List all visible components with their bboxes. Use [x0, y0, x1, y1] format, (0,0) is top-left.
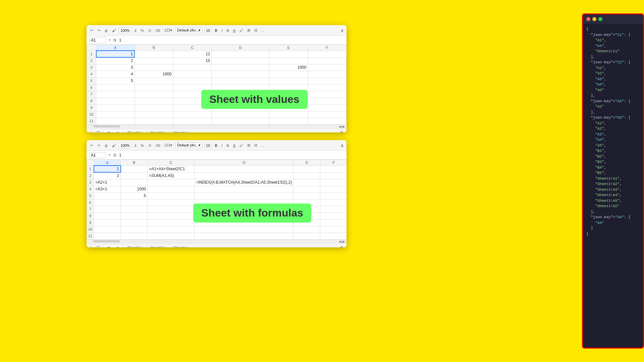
cell-bot-4-C[interactable]: [148, 186, 195, 192]
cell-top-3-F[interactable]: [308, 64, 346, 71]
cell-top-7-A[interactable]: [96, 91, 135, 98]
cell-bot-5-B[interactable]: 5: [121, 192, 148, 199]
paintformat-btn-b[interactable]: 🖌: [111, 143, 117, 148]
redo-btn-b[interactable]: ↪: [96, 142, 101, 148]
cell-bot-8-C[interactable]: [148, 213, 195, 219]
more-btn-b[interactable]: ...: [260, 143, 265, 148]
cell-top-4-B[interactable]: 1000: [135, 71, 173, 77]
decimal0-btn-b[interactable]: .0: [147, 143, 152, 148]
undo-btn[interactable]: ↩: [89, 27, 94, 33]
cell-top-2-A[interactable]: 2: [96, 57, 135, 64]
cell-bot-6-C[interactable]: [148, 199, 195, 206]
add-tab-icon-bottom[interactable]: ⊕: [340, 245, 344, 247]
cell-bot-10-C[interactable]: [148, 226, 195, 233]
col-header-A-bottom[interactable]: A: [94, 160, 121, 166]
borders-btn[interactable]: ⊞: [246, 27, 251, 33]
cell-top-10-E[interactable]: [269, 111, 308, 118]
cell-top-4-D[interactable]: [212, 71, 269, 77]
cell-top-4-F[interactable]: [308, 71, 346, 77]
decimal0-btn[interactable]: .0: [147, 28, 152, 33]
cell-reference-bottom[interactable]: A1: [89, 152, 106, 158]
cell-bot-1-A[interactable]: 1: [94, 166, 121, 172]
cell-bot-11-F[interactable]: [320, 233, 346, 239]
col-header-E-top[interactable]: E: [269, 45, 308, 51]
cell-top-3-B[interactable]: [135, 64, 173, 71]
italic-btn[interactable]: I: [220, 28, 223, 33]
cell-bot-10-E[interactable]: [293, 226, 320, 233]
cell-bot-3-C[interactable]: [148, 179, 195, 186]
cell-top-11-B[interactable]: [135, 118, 173, 124]
cell-bot-4-D[interactable]: [195, 186, 293, 192]
add-tab-icon-top[interactable]: ⊕: [340, 130, 344, 132]
col-header-F-bottom[interactable]: F: [320, 160, 346, 166]
cell-bot-11-B[interactable]: [121, 233, 148, 239]
cell-top-2-C[interactable]: 15: [173, 57, 212, 64]
cell-top-10-F[interactable]: [308, 111, 346, 118]
maximize-dot[interactable]: [598, 17, 602, 21]
cell-top-2-D[interactable]: [212, 57, 269, 64]
col-header-D-bottom[interactable]: D: [195, 160, 293, 166]
cell-bot-2-F[interactable]: [320, 172, 346, 179]
cell-top-6-A[interactable]: [96, 84, 135, 91]
cell-bot-7-A[interactable]: [94, 206, 121, 213]
cell-top-1-B[interactable]: [135, 51, 173, 57]
currency-btn[interactable]: £: [133, 28, 138, 33]
strikethrough-btn[interactable]: S: [225, 28, 230, 33]
scrollbar-top[interactable]: ◀ ▶: [87, 125, 346, 128]
cell-bot-5-E[interactable]: [293, 192, 320, 199]
cell-bot-11-D[interactable]: [195, 233, 293, 239]
cell-bot-2-E[interactable]: [293, 172, 320, 179]
scroll-arrows-top[interactable]: ◀ ▶: [339, 125, 346, 128]
tab-sheet3-top[interactable]: Sheet3 ▾: [147, 130, 168, 133]
cell-bot-9-C[interactable]: [148, 219, 195, 226]
cell-bot-8-B[interactable]: [121, 213, 148, 219]
tab-sheet1-top[interactable]: Sheet1: [103, 130, 123, 133]
cell-bot-2-B[interactable]: [121, 172, 148, 179]
cell-bot-10-A[interactable]: [94, 226, 121, 233]
cell-bot-9-A[interactable]: [94, 219, 121, 226]
cell-top-4-E[interactable]: [269, 71, 308, 77]
cell-reference-top[interactable]: A1: [89, 37, 106, 43]
cell-bot-3-F[interactable]: [320, 179, 346, 186]
add-sheet-btn-bottom[interactable]: +: [89, 245, 92, 247]
cell-bot-5-D[interactable]: [195, 192, 293, 199]
cell-top-3-C[interactable]: [173, 64, 212, 71]
paintformat-btn[interactable]: 🖌: [111, 28, 117, 33]
collapse-btn[interactable]: ∧: [340, 28, 344, 33]
cell-top-8-B[interactable]: [135, 98, 173, 104]
cell-top-7-F[interactable]: [308, 91, 346, 98]
cell-top-9-B[interactable]: [135, 104, 173, 111]
cell-bot-10-D[interactable]: [195, 226, 293, 233]
minimize-dot[interactable]: [592, 17, 596, 21]
more-btn[interactable]: ...: [260, 28, 265, 33]
cell-bot-11-C[interactable]: [148, 233, 195, 239]
cell-bot-2-D[interactable]: [195, 172, 293, 179]
cell-bot-7-B[interactable]: [121, 206, 148, 213]
close-dot[interactable]: [586, 17, 590, 21]
cell-top-5-E[interactable]: [269, 77, 308, 84]
cell-bot-2-A[interactable]: 2: [94, 172, 121, 179]
fontsize-select-b[interactable]: 10: [204, 143, 212, 148]
cell-top-2-B[interactable]: [135, 57, 173, 64]
cell-top-10-B[interactable]: [135, 111, 173, 118]
cell-bot-9-F[interactable]: [320, 219, 346, 226]
borders-btn-b[interactable]: ⊞: [246, 142, 251, 148]
cell-bot-3-B[interactable]: [121, 179, 148, 186]
cell-top-3-E[interactable]: 1000: [269, 64, 308, 71]
decimal00-btn-b[interactable]: .00: [154, 143, 161, 148]
undo-btn-b[interactable]: ↩: [89, 142, 94, 148]
currency-btn-b[interactable]: £: [133, 143, 138, 148]
cell-bot-4-A[interactable]: =A3+1: [94, 186, 121, 192]
cell-bot-7-F[interactable]: [320, 206, 346, 213]
cell-top-5-D[interactable]: [212, 77, 269, 84]
tab-list-btn-top[interactable]: ☰: [95, 130, 102, 133]
tab-sheet1-bottom[interactable]: Sheet1: [103, 245, 123, 248]
percent-btn[interactable]: %: [140, 28, 145, 33]
cell-bot-3-E[interactable]: [293, 179, 320, 186]
cell-bot-1-C[interactable]: =A1+A4+Sheet2!C1: [148, 166, 195, 172]
underline-btn-b[interactable]: A: [232, 143, 236, 148]
cell-bot-5-C[interactable]: [148, 192, 195, 199]
cell-top-10-C[interactable]: [173, 111, 212, 118]
cell-top-9-F[interactable]: [308, 104, 346, 111]
col-header-F-top[interactable]: F: [308, 45, 346, 51]
